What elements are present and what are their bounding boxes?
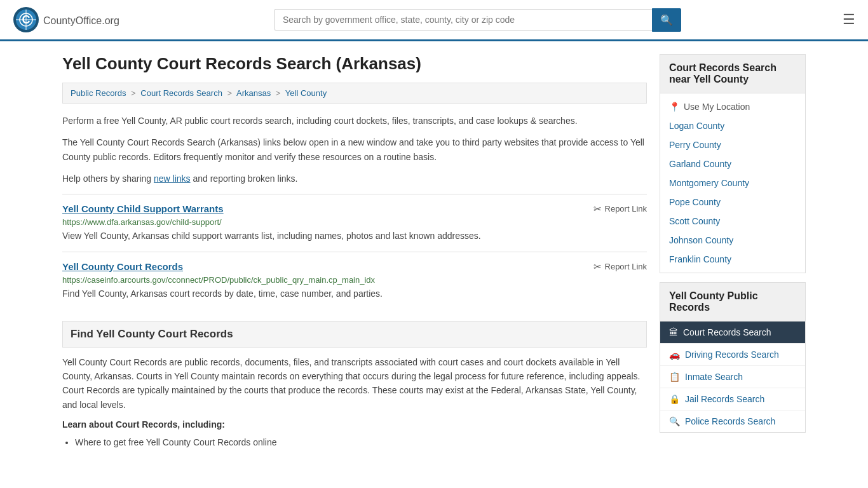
report-icon-1: ✂ xyxy=(593,203,602,215)
court-records-link[interactable]: Court Records Search xyxy=(683,327,771,337)
driving-records-icon: 🚗 xyxy=(669,349,680,360)
breadcrumb-public-records[interactable]: Public Records xyxy=(71,88,126,98)
driving-records-link[interactable]: Driving Records Search xyxy=(685,349,779,360)
record-url-1[interactable]: https://www.dfa.arkansas.gov/child-suppo… xyxy=(62,217,647,227)
new-links-link[interactable]: new links xyxy=(154,173,191,184)
sidebar-nearby-list: 📍 Use My Location Logan County Perry Cou… xyxy=(660,93,806,273)
record-url-2[interactable]: https://caseinfo.arcourts.gov/cconnect/P… xyxy=(62,275,647,285)
record-title-2[interactable]: Yell County Court Records xyxy=(62,261,183,272)
sidebar-record-driving[interactable]: 🚗 Driving Records Search xyxy=(660,344,805,366)
nearby-link-scott[interactable]: Scott County xyxy=(669,216,720,226)
report-link-button-1[interactable]: ✂ Report Link xyxy=(593,203,647,215)
logo-area: C CountyOffice.org xyxy=(13,6,119,33)
page-title: Yell County Court Records Search (Arkans… xyxy=(62,54,647,74)
search-area: 🔍 xyxy=(275,8,681,32)
description-3: Help others by sharing new links and rep… xyxy=(62,172,647,186)
nearby-link-perry[interactable]: Perry County xyxy=(669,140,721,150)
breadcrumb-sep-2: > xyxy=(227,88,233,98)
nearby-item-perry: Perry County xyxy=(660,135,805,154)
content: Yell County Court Records Search (Arkans… xyxy=(62,54,647,451)
police-records-icon: 🔍 xyxy=(669,416,680,426)
sidebar-nearby-title: Court Records Search near Yell County xyxy=(660,54,806,93)
sidebar-record-inmate[interactable]: 📋 Inmate Search xyxy=(660,366,805,388)
nearby-link-garland[interactable]: Garland County xyxy=(669,159,731,169)
nearby-item-garland: Garland County xyxy=(660,154,805,173)
find-section-title: Find Yell County Court Records xyxy=(62,321,647,348)
nearby-link-pope[interactable]: Pope County xyxy=(669,197,721,207)
inmate-search-link[interactable]: Inmate Search xyxy=(685,372,743,382)
record-title-1[interactable]: Yell County Child Support Warrants xyxy=(62,203,224,214)
breadcrumb-yell-county[interactable]: Yell County xyxy=(285,88,327,98)
search-button[interactable]: 🔍 xyxy=(652,8,681,32)
list-item: Where to get free Yell County Court Reco… xyxy=(75,435,647,451)
location-pin-icon: 📍 xyxy=(669,102,680,112)
breadcrumb-sep-3: > xyxy=(276,88,281,98)
use-location-item[interactable]: 📍 Use My Location xyxy=(660,97,805,116)
nearby-link-montgomery[interactable]: Montgomery County xyxy=(669,178,749,188)
sidebar-record-police[interactable]: 🔍 Police Records Search xyxy=(660,410,805,432)
sidebar-public-records-title: Yell County Public Records xyxy=(660,282,806,322)
description-1: Perform a free Yell County, AR public co… xyxy=(62,114,647,128)
use-location-label: Use My Location xyxy=(684,102,750,112)
sidebar-record-court-records[interactable]: 🏛 Court Records Search xyxy=(660,322,805,344)
header: C CountyOffice.org 🔍 ☰ xyxy=(0,0,868,41)
court-records-icon: 🏛 xyxy=(669,327,678,337)
nearby-item-montgomery: Montgomery County xyxy=(660,173,805,193)
police-records-link[interactable]: Police Records Search xyxy=(685,416,775,426)
learn-title: Learn about Court Records, including: xyxy=(62,419,647,430)
sidebar-records-list: 🏛 Court Records Search 🚗 Driving Records… xyxy=(660,322,806,433)
report-link-button-2[interactable]: ✂ Report Link xyxy=(593,261,647,273)
nearby-link-logan[interactable]: Logan County xyxy=(669,121,724,131)
logo-text: CountyOffice.org xyxy=(43,13,119,27)
jail-records-icon: 🔒 xyxy=(669,394,680,404)
search-input[interactable] xyxy=(275,9,652,30)
main-layout: Yell County Court Records Search (Arkans… xyxy=(53,41,815,463)
description-2: The Yell County Court Records Search (Ar… xyxy=(62,135,647,164)
nearby-item-scott: Scott County xyxy=(660,212,805,231)
breadcrumb-arkansas[interactable]: Arkansas xyxy=(236,88,271,98)
record-item: Yell County Child Support Warrants ✂ Rep… xyxy=(62,194,647,252)
nearby-item-johnson: Johnson County xyxy=(660,231,805,250)
nearby-item-franklin: Franklin County xyxy=(660,250,805,269)
breadcrumb: Public Records > Court Records Search > … xyxy=(62,83,647,104)
jail-records-link[interactable]: Jail Records Search xyxy=(685,394,764,404)
nearby-link-franklin[interactable]: Franklin County xyxy=(669,254,731,264)
nearby-item-pope: Pope County xyxy=(660,193,805,212)
sidebar-record-jail[interactable]: 🔒 Jail Records Search xyxy=(660,388,805,410)
nearby-link-johnson[interactable]: Johnson County xyxy=(669,235,733,245)
record-desc-2: Find Yell County, Arkansas court records… xyxy=(62,287,647,301)
record-desc-1: View Yell County, Arkansas child support… xyxy=(62,229,647,243)
find-section-body: Yell County Court Records are public rec… xyxy=(62,355,647,412)
search-icon: 🔍 xyxy=(660,15,673,25)
sidebar: Court Records Search near Yell County 📍 … xyxy=(660,54,806,451)
hamburger-icon: ☰ xyxy=(843,11,855,27)
logo-icon: C xyxy=(13,6,39,33)
nearby-item-logan: Logan County xyxy=(660,116,805,135)
report-icon-2: ✂ xyxy=(593,261,602,273)
inmate-search-icon: 📋 xyxy=(669,372,680,382)
menu-button[interactable]: ☰ xyxy=(843,11,855,28)
breadcrumb-sep-1: > xyxy=(131,88,136,98)
breadcrumb-court-records[interactable]: Court Records Search xyxy=(140,88,222,98)
record-item: Yell County Court Records ✂ Report Link … xyxy=(62,252,647,309)
learn-list: Where to get free Yell County Court Reco… xyxy=(62,435,647,451)
